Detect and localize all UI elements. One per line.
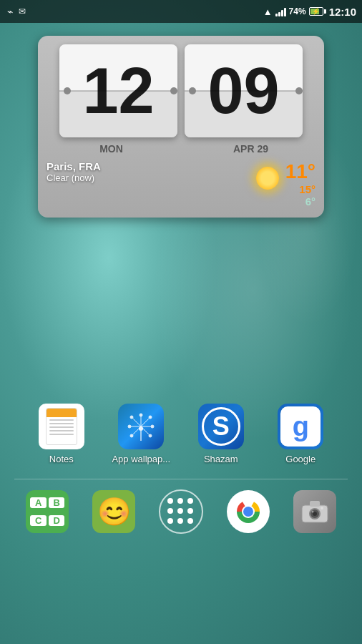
abc-icon: A B C D [26, 490, 69, 533]
dock-messaging[interactable]: 😊 [92, 490, 135, 533]
weather-center [250, 160, 285, 196]
status-bar: ⌁ ✉ ▲ 74% ⚡ 12:10 [0, 0, 362, 23]
clock-info-row: Paris, FRA Clear (now) 11° 15° 6° [47, 160, 315, 208]
abc-cell-a: A [30, 497, 47, 508]
temp-low: 6° [305, 195, 315, 208]
camera-icon [293, 490, 336, 533]
grid-dot [177, 518, 183, 524]
weather-right: 11° 15° 6° [285, 160, 315, 208]
status-right: ▲ 74% ⚡ 12:10 [263, 6, 356, 18]
dock: A B C D 😊 [0, 481, 362, 542]
grid-dot [167, 518, 173, 524]
notes-icon [39, 404, 84, 449]
clock-minute: 09 [207, 59, 279, 123]
svg-point-3 [140, 414, 142, 416]
svg-point-5 [149, 416, 152, 419]
abc-cell-d: D [49, 515, 65, 526]
svg-point-24 [311, 511, 313, 513]
svg-line-8 [141, 426, 150, 435]
chrome-icon [227, 490, 270, 533]
grid-dot [187, 518, 193, 524]
app-area: Notes [0, 404, 362, 464]
weather-left: Paris, FRA Clear (now) [47, 160, 250, 183]
status-left: ⌁ ✉ [6, 6, 26, 17]
weather-condition: Clear (now) [47, 172, 250, 183]
app-row: Notes [21, 404, 341, 464]
flip-card-hour: 12 [59, 44, 177, 137]
battery-bolt-icon: ⚡ [312, 8, 320, 15]
clock-date: APR 29 [192, 143, 310, 155]
dock-camera[interactable] [293, 490, 336, 533]
signal-bars [275, 6, 286, 16]
app-wallpaper-label: App wallpap... [111, 454, 172, 464]
dock-abc[interactable]: A B C D [26, 490, 69, 533]
appwallpaper-icon [118, 404, 164, 449]
clock-day: MON [52, 143, 170, 155]
grid-dot [177, 508, 183, 514]
dock-chrome[interactable] [227, 490, 270, 533]
shazam-s-letter: S [202, 407, 240, 446]
svg-point-13 [128, 425, 131, 428]
svg-point-0 [139, 426, 143, 431]
google-icon: g [278, 404, 323, 449]
temp-high: 15° [299, 183, 315, 195]
status-time: 12:10 [329, 6, 356, 18]
chrome-svg [230, 493, 267, 530]
separator [14, 479, 348, 479]
day-date-row: MON APR 29 [47, 143, 315, 155]
clock-widget[interactable]: 12 09 MON APR 29 Paris, FRA Clear (now) … [38, 36, 324, 218]
app-google[interactable]: g Google [268, 404, 333, 464]
grid-dot [177, 498, 183, 504]
temp-current: 11° [285, 160, 315, 183]
clock-hour: 12 [82, 59, 154, 123]
app-wallpaper[interactable]: App wallpap... [109, 404, 173, 464]
gmail-icon: ✉ [19, 6, 26, 16]
camera-svg [300, 499, 329, 524]
apps-grid-icon [159, 489, 203, 534]
grid-dot [187, 508, 193, 514]
dock-apps-grid[interactable] [159, 489, 203, 534]
app-google-label: Google [270, 454, 331, 464]
grid-dot [187, 498, 193, 504]
svg-point-25 [321, 507, 323, 509]
svg-line-14 [132, 418, 141, 426]
abc-cell-c: C [30, 515, 47, 526]
grid-dot [167, 508, 173, 514]
svg-point-9 [149, 434, 152, 437]
messaging-icon: 😊 [92, 490, 135, 533]
svg-line-4 [141, 418, 150, 426]
google-g-letter: g [280, 406, 321, 447]
messaging-face: 😊 [97, 496, 131, 527]
flip-card-minute: 09 [185, 44, 303, 137]
grid-dot [167, 498, 173, 504]
abc-cell-b: B [49, 497, 65, 508]
shazam-icon: S [198, 404, 244, 449]
battery: ⚡ [309, 7, 326, 16]
svg-point-11 [130, 434, 133, 437]
svg-point-15 [130, 416, 133, 419]
sun-icon [250, 160, 285, 196]
flip-clock-row: 12 09 [47, 44, 315, 137]
app-notes[interactable]: Notes [29, 404, 94, 464]
battery-percent: 74% [289, 6, 306, 16]
app-notes-label: Notes [31, 454, 92, 464]
svg-rect-20 [310, 501, 320, 507]
app-shazam-label: Shazam [190, 454, 251, 464]
svg-line-10 [132, 426, 141, 435]
dandelion-svg [123, 409, 159, 444]
weather-location: Paris, FRA [47, 160, 250, 172]
app-shazam[interactable]: S Shazam [189, 404, 253, 464]
wifi-icon: ▲ [263, 6, 273, 17]
svg-point-18 [243, 507, 253, 517]
svg-point-7 [151, 425, 154, 428]
usb-icon: ⌁ [6, 6, 14, 17]
